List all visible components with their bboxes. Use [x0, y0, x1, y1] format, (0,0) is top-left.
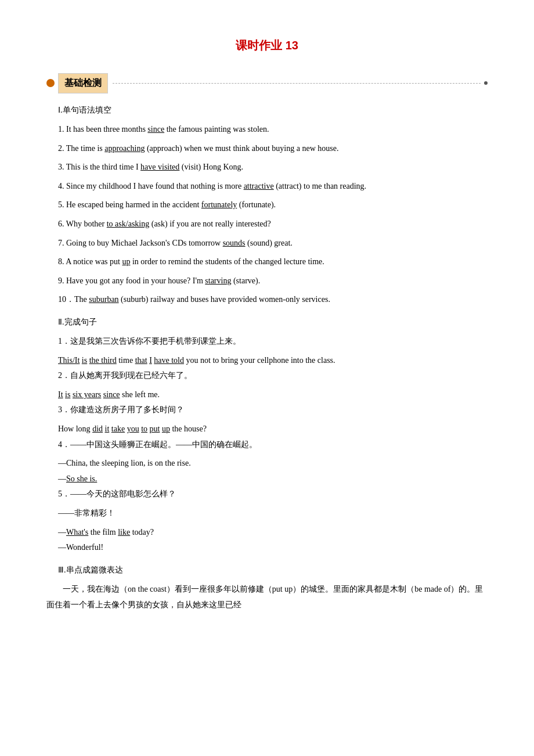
list-item: 4. Since my childhood I have found that …	[58, 179, 488, 195]
answer-underline: I	[149, 356, 152, 365]
dialog-line: —China, the sleeping lion, is on the ris…	[58, 456, 488, 471]
answer-line: This/It is the third time that I have to…	[58, 353, 488, 369]
list-item: 1．这是我第三次告诉你不要把手机带到课堂上来。	[58, 334, 488, 350]
item-num: 4．——中国这头睡狮正在崛起。——中国的确在崛起。	[58, 440, 257, 449]
answer-underline: starving	[205, 276, 231, 285]
answer-line: How long did it take you to put up the h…	[58, 422, 488, 437]
list-item: 6. Why bother to ask/asking (ask) if you…	[58, 217, 488, 232]
sub-section-2-title: Ⅱ.完成句子	[58, 315, 488, 329]
list-item: 9. Have you got any food in your house? …	[58, 273, 488, 289]
answer-underline: you	[127, 424, 139, 433]
answer-underline: So she is.	[66, 474, 97, 483]
item-num: 5．——今天的这部电影怎么样？	[58, 489, 176, 498]
item-num: 6. Why bother	[58, 219, 107, 228]
list-item: 4．——中国这头睡狮正在崛起。——中国的确在崛起。	[58, 437, 488, 453]
item-text: (suburb) railway and buses have provided…	[119, 295, 330, 304]
list-item: 3. This is the third time I have visited…	[58, 160, 488, 175]
answer-underline: put	[150, 424, 160, 433]
list-item: 10．The suburban (suburb) railway and bus…	[58, 292, 488, 308]
answer-underline: approaching	[104, 144, 145, 153]
answer-underline: suburban	[89, 295, 118, 304]
answer-underline: since	[147, 125, 164, 134]
item-text: (approach) when we must think about buyi…	[145, 144, 338, 153]
answer-line: It is six years since she left me.	[58, 387, 488, 403]
paragraph-text: 一天，我在海边（on the coast）看到一座很多年以前修建（put up）…	[46, 582, 488, 613]
answer-underline: It	[58, 390, 63, 399]
answer-underline: fortunately	[201, 200, 237, 209]
answer-underline: six years	[73, 390, 101, 399]
item-text: (fortunate).	[237, 200, 276, 209]
item-num: 1．这是我第三次告诉你不要把手机带到课堂上来。	[58, 337, 241, 345]
list-item: 5. He escaped being harmed in the accide…	[58, 197, 488, 213]
answer-underline: sounds	[223, 239, 246, 247]
item-num: 2. The time is	[58, 144, 104, 153]
item-num: 3. This is the third time I	[58, 163, 140, 171]
answer-underline: to ask/asking	[107, 219, 150, 228]
sub-section-3-title: Ⅲ.串点成篇微表达	[58, 563, 488, 577]
answer-underline: attractive	[244, 182, 274, 190]
list-item: 8. A notice was put up in order to remin…	[58, 254, 488, 270]
item-num: 9. Have you got any food in your house? …	[58, 276, 205, 285]
item-num: 1. It has been three months	[58, 125, 147, 134]
item-text: (ask) if you are not really interested?	[149, 219, 271, 228]
dialog-line: —So she is.	[58, 471, 488, 487]
section-dot	[484, 81, 488, 85]
item-text: (sound) great.	[246, 239, 293, 247]
item-text: in order to remind the students of the c…	[130, 257, 324, 266]
item-num: 7. Going to buy Michael Jackson's CDs to…	[58, 239, 223, 247]
list-item: 3．你建造这所房子用了多长时间？	[58, 402, 488, 418]
item-num: ——非常精彩！	[58, 509, 115, 517]
answer-underline: since	[103, 390, 120, 399]
item-num: 2．自从她离开我到现在已经六年了。	[58, 371, 192, 380]
answer-underline: to	[141, 424, 147, 433]
answer-underline: is	[65, 390, 70, 399]
answer-underline: take	[111, 424, 125, 433]
item-num: 8. A notice was put	[58, 257, 122, 266]
item-num: 3．你建造这所房子用了多长时间？	[58, 405, 184, 414]
list-item: ——非常精彩！	[58, 506, 488, 521]
sub-section-1-title: Ⅰ.单句语法填空	[58, 103, 488, 117]
list-item: 7. Going to buy Michael Jackson's CDs to…	[58, 236, 488, 251]
answer-underline: have visited	[140, 163, 179, 171]
answer-underline: have told	[154, 356, 184, 365]
section-bullet	[46, 79, 55, 87]
answer-underline: that	[135, 356, 147, 365]
dialog-line: —What's the film like today?	[58, 525, 488, 541]
item-num: 4. Since my childhood I have found that …	[58, 182, 244, 190]
item-text: (attract) to me than reading.	[274, 182, 366, 190]
list-item: 1. It has been three months since the fa…	[58, 122, 488, 138]
answer-underline: What's	[66, 528, 88, 537]
list-item: 2．自从她离开我到现在已经六年了。	[58, 368, 488, 384]
item-text: (starve).	[231, 276, 260, 285]
item-text: (visit) Hong Kong.	[179, 163, 243, 171]
list-item: 2. The time is approaching (approach) wh…	[58, 141, 488, 157]
dialog-line: —Wonderful!	[58, 540, 488, 556]
answer-underline: up	[122, 257, 130, 266]
section-header: 基础检测	[46, 73, 488, 93]
answer-underline: up	[162, 424, 170, 433]
answer-underline: like	[118, 528, 130, 537]
item-num: 10．The	[58, 295, 89, 304]
list-item: 5．——今天的这部电影怎么样？	[58, 487, 488, 502]
answer-underline: This/It	[58, 356, 80, 365]
answer-underline: it	[105, 424, 110, 433]
item-num: 5. He escaped being harmed in the accide…	[58, 200, 201, 209]
answer-underline: did	[92, 424, 103, 433]
section-label: 基础检测	[58, 73, 108, 93]
section-line	[113, 83, 481, 84]
item-text: the famous painting was stolen.	[164, 125, 269, 134]
answer-underline: the third	[89, 356, 117, 365]
answer-underline: is	[82, 356, 87, 365]
page-title: 课时作业 13	[46, 35, 488, 56]
